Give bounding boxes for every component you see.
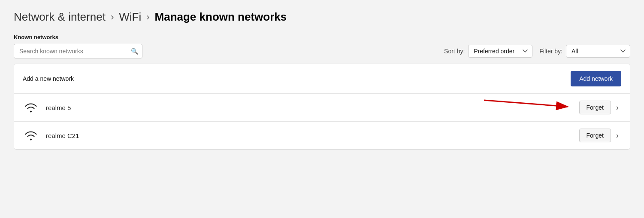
filter-group: Filter by: All Secured Open [539, 45, 630, 58]
network-name-realme5: realme 5 [46, 104, 579, 111]
section-label: Known networks [14, 34, 630, 40]
search-input[interactable] [14, 44, 142, 58]
network-actions-realmec21: Forget › [579, 129, 621, 142]
breadcrumb-chevron-1: › [111, 12, 114, 23]
breadcrumb-current: Manage known networks [155, 10, 287, 24]
network-row-realme5: realme 5 Forget › [14, 94, 630, 122]
network-actions-realme5: Forget › [579, 101, 621, 114]
network-list: Add a new network Add network realme 5 [14, 64, 630, 150]
breadcrumb-wifi: WiFi [119, 10, 141, 24]
expand-chevron-realme5[interactable]: › [614, 101, 621, 114]
add-network-label: Add a new network [23, 75, 74, 82]
sort-filter-group: Sort by: Preferred order Network name Fi… [444, 45, 630, 58]
add-network-button[interactable]: Add network [571, 71, 621, 86]
filter-dropdown[interactable]: All Secured Open [566, 45, 630, 58]
add-network-row: Add a new network Add network [14, 64, 630, 94]
sort-label: Sort by: [444, 48, 465, 55]
wifi-icon-realme5 [23, 101, 39, 114]
breadcrumb-network-internet: Network & internet [14, 10, 106, 24]
forget-button-realmec21[interactable]: Forget [579, 129, 611, 142]
network-row-realmec21: realme C21 Forget › [14, 122, 630, 149]
toolbar: 🔍 Sort by: Preferred order Network name … [14, 44, 630, 58]
network-name-realmec21: realme C21 [46, 132, 579, 139]
expand-chevron-realmec21[interactable]: › [614, 129, 621, 142]
breadcrumb: Network & internet › WiFi › Manage known… [14, 10, 630, 24]
sort-group: Sort by: Preferred order Network name [444, 45, 532, 58]
filter-label: Filter by: [539, 48, 562, 55]
search-wrapper: 🔍 [14, 44, 142, 58]
breadcrumb-chevron-2: › [146, 12, 149, 23]
sort-dropdown[interactable]: Preferred order Network name [468, 45, 532, 58]
forget-button-realme5[interactable]: Forget [579, 101, 611, 114]
wifi-icon-realmec21 [23, 129, 39, 142]
